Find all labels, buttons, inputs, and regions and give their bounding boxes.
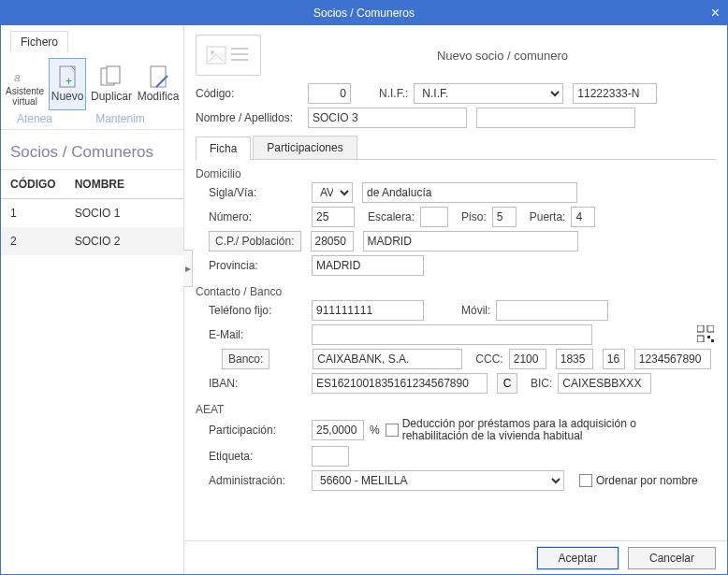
section-aeat: AEAT	[184, 395, 727, 416]
ribbon-group-atenea: Atenea	[7, 112, 63, 125]
ccc2-input[interactable]	[556, 349, 593, 369]
asistente-label: Asistente virtual	[6, 86, 44, 107]
nif-type-select[interactable]: N.I.F.	[414, 83, 563, 104]
escalera-input[interactable]	[420, 207, 448, 227]
table-row[interactable]: 2 SOCIO 2	[1, 227, 183, 255]
asistente-icon: a	[13, 62, 37, 86]
telefono-input[interactable]	[312, 300, 424, 321]
qr-icon[interactable]	[697, 325, 716, 344]
ribbon-group-mantenim: Mantenim	[63, 112, 178, 125]
etiqueta-label: Etiqueta:	[209, 450, 312, 463]
cp-poblacion-button[interactable]: C.P./ Población:	[209, 231, 301, 252]
administracion-label: Administración:	[209, 474, 312, 487]
ribbon-file-tab-label: Fichero	[10, 31, 68, 52]
puerta-input[interactable]	[571, 207, 595, 227]
form-header: Nuevo socio / comunero	[289, 49, 716, 63]
banco-button[interactable]: Banco:	[222, 349, 269, 369]
svg-rect-4	[107, 66, 120, 83]
participacion-input[interactable]	[312, 420, 364, 440]
escalera-label: Escalera:	[355, 210, 420, 223]
ribbon-file-tab[interactable]: Fichero	[1, 25, 183, 52]
bic-input[interactable]	[558, 373, 651, 394]
header-image-icon	[196, 35, 261, 76]
modificar-label: Modifica	[138, 90, 180, 103]
svg-rect-14	[707, 336, 710, 338]
iban-input[interactable]	[312, 373, 488, 394]
email-label: E-Mail:	[209, 328, 312, 341]
nif-label: N.I.F.:	[351, 87, 414, 100]
svg-text:+: +	[66, 75, 72, 88]
via-input[interactable]	[362, 182, 577, 203]
left-panel: Fichero a Asistente virtual + Nuevo	[1, 25, 184, 574]
svg-rect-13	[697, 336, 704, 342]
svg-rect-11	[697, 325, 704, 332]
svg-rect-15	[711, 339, 714, 342]
piso-label: Piso:	[448, 210, 492, 223]
pct-label: %	[364, 424, 386, 437]
apellidos-input[interactable]	[476, 108, 635, 128]
tab-ficha[interactable]: Ficha	[196, 137, 251, 160]
piso-input[interactable]	[492, 207, 517, 227]
sigla-select[interactable]: AV	[312, 182, 353, 203]
form-panel: ▸ Nuevo socio / comunero Código:	[184, 25, 727, 574]
ccc-label: CCC:	[462, 352, 508, 366]
banco-input[interactable]	[313, 349, 462, 369]
iban-label: IBAN:	[209, 377, 312, 390]
window-titlebar: Socios / Comuneros ×	[1, 1, 727, 25]
poblacion-input[interactable]	[363, 231, 578, 252]
movil-input[interactable]	[496, 300, 608, 321]
svg-rect-12	[707, 325, 714, 332]
asistente-virtual-button[interactable]: a Asistente virtual	[5, 58, 45, 110]
duplicar-label: Duplicar	[91, 90, 132, 103]
puerta-label: Puerta:	[517, 210, 572, 223]
numero-label: Número:	[209, 210, 312, 223]
table-row[interactable]: 1 SOCIO 1	[1, 199, 183, 228]
nuevo-button[interactable]: + Nuevo	[49, 58, 86, 110]
collapse-handle[interactable]: ▸	[183, 250, 193, 287]
deduccion-checkbox[interactable]	[386, 424, 399, 437]
ccc3-input[interactable]	[603, 349, 625, 369]
iban-calc-button[interactable]: C	[497, 373, 517, 394]
modificar-icon	[146, 65, 170, 90]
duplicar-button[interactable]: Duplicar	[90, 58, 133, 110]
ordenar-checkbox[interactable]	[579, 474, 592, 487]
administracion-select[interactable]: 56600 - MELILLA	[312, 470, 564, 491]
participacion-label: Participación:	[209, 424, 312, 437]
svg-text:a: a	[14, 71, 21, 84]
etiqueta-input[interactable]	[312, 446, 349, 467]
ccc4-input[interactable]	[634, 349, 711, 369]
sigla-label: Sigla/Vía:	[209, 186, 312, 199]
col-nombre[interactable]: NOMBRE	[66, 170, 183, 199]
codigo-input[interactable]	[308, 83, 351, 104]
page-title: Socios / Comuneros	[1, 130, 183, 170]
cp-input[interactable]	[311, 231, 354, 252]
tab-participaciones[interactable]: Participaciones	[253, 136, 357, 159]
nuevo-label: Nuevo	[51, 90, 84, 103]
col-codigo[interactable]: CÓDIGO	[1, 170, 66, 199]
duplicar-icon	[99, 65, 124, 90]
email-input[interactable]	[312, 324, 592, 345]
provincia-input[interactable]	[312, 255, 424, 276]
nombre-label: Nombre / Apellidos:	[196, 111, 308, 124]
nombre-input[interactable]	[308, 108, 467, 128]
ccc1-input[interactable]	[509, 349, 546, 369]
nif-input[interactable]	[573, 83, 657, 104]
window-title: Socios / Comuneros	[313, 7, 415, 20]
ordenar-label: Ordenar por nombre	[596, 474, 698, 487]
codigo-label: Código:	[196, 87, 308, 100]
bic-label: BIC:	[517, 377, 558, 390]
section-domicilio: Domicilio	[184, 160, 727, 180]
deduccion-label: Deducción por préstamos para la adquisic…	[402, 418, 683, 442]
cancelar-button[interactable]: Cancelar	[628, 547, 716, 569]
movil-label: Móvil:	[424, 304, 496, 317]
nuevo-icon: +	[55, 65, 80, 90]
svg-point-7	[211, 50, 214, 54]
provincia-label: Provincia:	[209, 259, 312, 272]
modificar-button[interactable]: Modifica	[137, 58, 180, 110]
numero-input[interactable]	[312, 207, 355, 227]
aceptar-button[interactable]: Aceptar	[537, 547, 619, 569]
socios-table: CÓDIGO NOMBRE 1 SOCIO 1 2 SOCIO 2	[1, 170, 183, 255]
close-icon[interactable]: ×	[711, 1, 720, 25]
telefono-label: Teléfono fijo:	[209, 304, 312, 317]
section-contacto: Contacto / Banco	[184, 278, 727, 298]
